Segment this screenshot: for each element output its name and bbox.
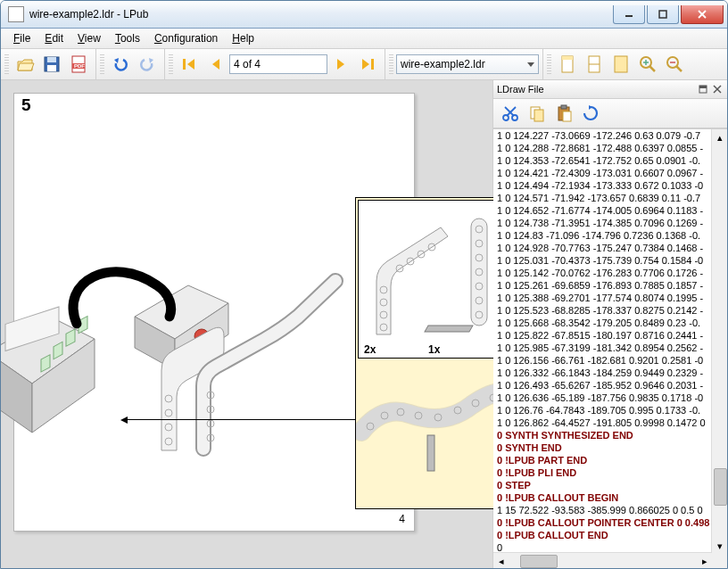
menu-help[interactable]: Help xyxy=(225,30,261,46)
scroll-thumb-h[interactable] xyxy=(520,555,558,568)
ldraw-line[interactable]: 1 0 126.636 -65.189 -187.756 0.9835 0.17… xyxy=(497,392,711,404)
ldraw-line[interactable]: 1 0 125.822 -67.8515 -180.197 0.8716 0.2… xyxy=(497,329,711,342)
toolbar-file-group: PDF xyxy=(1,49,96,79)
panel-close-button[interactable] xyxy=(711,83,724,95)
scroll-down-button[interactable]: ▾ xyxy=(712,538,727,553)
ldraw-line[interactable]: 1 0 125.985 -67.3199 -181.342 0.8954 0.2… xyxy=(497,342,711,354)
zoom-out-icon xyxy=(665,54,684,74)
print-pdf-button[interactable]: PDF xyxy=(66,52,91,77)
ldraw-line[interactable]: 0 !LPUB CALLOUT END xyxy=(497,529,711,541)
prev-page-button[interactable] xyxy=(203,52,228,77)
svg-rect-71 xyxy=(699,86,707,88)
ldraw-panel-header[interactable]: LDraw File xyxy=(493,80,727,99)
toolbar-grip[interactable] xyxy=(169,54,173,74)
menu-view[interactable]: View xyxy=(70,30,108,46)
ldraw-line[interactable]: 1 0 126.76 -64.7843 -189.705 0.995 0.173… xyxy=(497,404,711,416)
cut-button[interactable] xyxy=(498,101,523,126)
ldraw-line[interactable]: 1 0 124.353 -72.6541 -172.752 0.65 0.090… xyxy=(497,154,711,167)
canvas-area[interactable]: 5 4 xyxy=(1,80,492,568)
ldraw-line[interactable]: 0 xyxy=(497,541,711,552)
ldraw-line[interactable]: 1 0 124.83 -71.096 -174.796 0.7236 0.136… xyxy=(497,229,711,242)
ldraw-line[interactable]: 1 0 126.332 -66.1843 -184.259 0.9449 0.2… xyxy=(497,367,711,379)
ldraw-line[interactable]: 1 0 125.142 -70.0762 -176.283 0.7706 0.1… xyxy=(497,267,711,279)
svg-rect-82 xyxy=(563,111,571,121)
horizontal-scrollbar[interactable]: ◂ ▸ xyxy=(493,552,712,568)
titlebar[interactable]: wire-example2.ldr - LPub xyxy=(1,1,727,29)
fit-width-button[interactable] xyxy=(555,52,580,77)
scroll-up-button[interactable]: ▴ xyxy=(712,129,727,144)
maximize-button[interactable] xyxy=(647,5,679,24)
ldraw-line[interactable]: 0 STEP xyxy=(497,479,711,491)
ldraw-line[interactable]: 1 0 125.031 -70.4373 -175.739 0.754 0.15… xyxy=(497,254,711,267)
ldraw-line[interactable]: 0 !LPUB CALLOUT BEGIN xyxy=(497,491,711,504)
scroll-left-button[interactable]: ◂ xyxy=(493,553,509,568)
instruction-page[interactable]: 5 4 xyxy=(13,93,415,532)
ldraw-line[interactable]: 1 0 125.388 -69.2701 -177.574 0.8074 0.1… xyxy=(497,292,711,304)
vertical-scrollbar[interactable]: ▴ ▾ xyxy=(711,129,727,553)
ldraw-line[interactable]: 1 0 125.261 -69.6859 -176.893 0.7885 0.1… xyxy=(497,279,711,292)
svg-rect-79 xyxy=(534,110,543,121)
ldraw-line[interactable]: 1 0 124.652 -71.6774 -174.005 0.6964 0.1… xyxy=(497,204,711,217)
zoom-out-button[interactable] xyxy=(662,52,687,77)
callout-box[interactable]: 3 2x 1x xyxy=(355,197,516,509)
menu-file[interactable]: File xyxy=(6,30,37,46)
toolbar-grip[interactable] xyxy=(4,54,9,74)
menu-edit[interactable]: Edit xyxy=(37,30,70,46)
toolbar-grip[interactable] xyxy=(100,54,104,74)
scroll-thumb-v[interactable] xyxy=(714,468,727,506)
actual-size-button[interactable] xyxy=(608,52,633,77)
ldraw-line[interactable]: 1 0 126.156 -66.761 -182.681 0.9201 0.25… xyxy=(497,354,711,367)
ldraw-line[interactable]: 1 0 124.421 -72.4309 -173.031 0.6607 0.0… xyxy=(497,167,711,179)
ldraw-line[interactable]: 1 0 124.571 -71.942 -173.657 0.6839 0.11… xyxy=(497,192,711,204)
fit-page-button[interactable] xyxy=(582,52,607,77)
svg-line-18 xyxy=(649,66,655,71)
close-icon xyxy=(713,85,722,94)
toolbar-grip[interactable] xyxy=(547,54,551,74)
panel-float-button[interactable] xyxy=(697,83,709,95)
ldraw-line[interactable]: 1 15 72.522 -93.583 -385.999 0.866025 0 … xyxy=(497,504,711,516)
model-combo[interactable]: wire-example2.ldr xyxy=(396,54,539,74)
first-page-button[interactable] xyxy=(177,52,202,77)
next-page-button[interactable] xyxy=(328,52,353,77)
paste-button[interactable] xyxy=(551,101,576,126)
open-button[interactable] xyxy=(12,52,37,77)
page-indicator-field[interactable]: 4 of 4 xyxy=(229,54,327,74)
ldraw-line[interactable]: 0 !LPUB CALLOUT POINTER CENTER 0 0.498 xyxy=(497,516,711,529)
save-button[interactable] xyxy=(39,52,64,77)
svg-rect-10 xyxy=(183,59,186,70)
pdf-icon: PDF xyxy=(69,54,88,74)
toolbar-model-group: wire-example2.ldr xyxy=(385,49,543,79)
ldraw-line[interactable]: 1 0 124.288 -72.8681 -172.488 0.6397 0.0… xyxy=(497,142,711,154)
scroll-right-button[interactable]: ▸ xyxy=(697,553,712,568)
svg-rect-6 xyxy=(47,65,56,71)
close-icon xyxy=(698,10,707,19)
ldraw-text-area[interactable]: 1 0 124.227 -73.0669 -172.246 0.63 0.079… xyxy=(493,128,727,568)
ldraw-line[interactable]: 0 !LPUB PART END xyxy=(497,454,711,466)
ldraw-line[interactable]: 0 SYNTH END xyxy=(497,441,711,454)
ldraw-line[interactable]: 1 0 124.494 -72.1934 -173.333 0.672 0.10… xyxy=(497,179,711,192)
zoom-in-button[interactable] xyxy=(635,52,660,77)
zoom-in-icon xyxy=(638,54,658,74)
ldraw-line[interactable]: 1 0 124.227 -73.0669 -172.246 0.63 0.079… xyxy=(497,129,711,142)
refresh-button[interactable] xyxy=(578,101,603,126)
ldraw-line[interactable]: 1 0 125.523 -68.8285 -178.337 0.8275 0.2… xyxy=(497,304,711,317)
svg-text:PDF: PDF xyxy=(74,63,85,69)
ldraw-line[interactable]: 1 0 124.738 -71.3951 -174.385 0.7096 0.1… xyxy=(497,217,711,229)
ldraw-line[interactable]: 1 0 124.928 -70.7763 -175.247 0.7384 0.1… xyxy=(497,242,711,254)
undo-button[interactable] xyxy=(108,52,133,77)
redo-button[interactable] xyxy=(135,52,160,77)
menu-configuration[interactable]: Configuration xyxy=(147,30,225,46)
last-page-button[interactable] xyxy=(355,52,380,77)
menu-tools[interactable]: Tools xyxy=(108,30,147,46)
ldraw-line[interactable]: 0 SYNTH SYNTHESIZED END xyxy=(497,429,711,441)
toolbar-grip[interactable] xyxy=(389,54,393,74)
ldraw-line[interactable]: 1 0 126.493 -65.6267 -185.952 0.9646 0.2… xyxy=(497,379,711,392)
ldraw-line[interactable]: 0 !LPUB PLI END xyxy=(497,466,711,479)
redo-icon xyxy=(137,54,157,74)
close-button[interactable] xyxy=(681,5,724,24)
ldraw-line[interactable]: 1 0 126.862 -64.4527 -191.805 0.9998 0.1… xyxy=(497,416,711,429)
minimize-button[interactable] xyxy=(613,5,645,24)
ldraw-line[interactable]: 1 0 125.668 -68.3542 -179.205 0.8489 0.2… xyxy=(497,317,711,329)
copy-button[interactable] xyxy=(525,101,550,126)
svg-rect-11 xyxy=(371,59,374,70)
